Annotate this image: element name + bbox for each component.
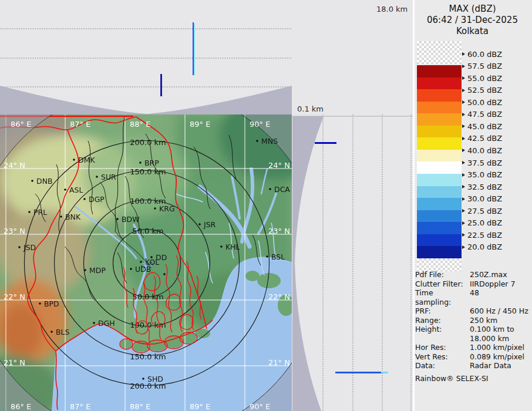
lon-label: 88° E <box>130 120 150 129</box>
city-label: UDB <box>135 265 151 274</box>
city-label: MDP <box>89 266 106 275</box>
info-row: Data:Radar Data <box>415 361 530 370</box>
lat-label: 24° N <box>4 161 25 170</box>
tick-label: 30.0 dBZ <box>467 194 502 203</box>
ns-cross-section-plot <box>292 114 413 411</box>
city-label: BLS <box>56 328 70 336</box>
city-dot <box>73 159 75 161</box>
city-label: SHD <box>147 375 163 383</box>
city-label: BPD <box>44 299 59 308</box>
radar-display-window: 18.0 km 0.1 km <box>0 0 532 411</box>
legend-title: MAX (dBZ) 06:42 / 31-Dec-2025 Kolkata <box>413 4 532 37</box>
info-value: 250Z.max <box>470 270 507 279</box>
city-dot <box>93 322 95 324</box>
lat-label: 23° N <box>4 227 25 235</box>
info-label: Data: <box>415 361 470 370</box>
city-dot <box>18 246 21 248</box>
city-label: DGP <box>89 195 105 204</box>
city-dot <box>116 218 119 220</box>
lat-label: 22° N <box>4 292 25 301</box>
echo-column-navy <box>160 74 162 96</box>
lon-label: 90° E <box>250 120 270 129</box>
ew-cross-section-panel <box>0 0 292 114</box>
city-dot <box>31 180 33 182</box>
software-brand: Rainbow® SELEX-SI <box>415 374 530 383</box>
city-dot <box>50 331 53 333</box>
city-label: DNB <box>36 177 53 186</box>
tick-arrow-icon <box>462 89 465 92</box>
product-info: Pdf File:250Z.maxClutter Filter:IIRDoppl… <box>415 270 530 383</box>
beam-blockage-wedge-left <box>0 86 147 114</box>
lat-label: 21° N <box>4 358 25 367</box>
tick-label: 52.5 dBZ <box>467 86 502 95</box>
color-swatch <box>417 246 462 258</box>
height-axis-max-label: 18.0 km <box>376 5 408 14</box>
beam-blockage-wedge-right <box>147 86 292 114</box>
color-scale-tick: 55.0 dBZ <box>462 74 502 82</box>
info-value: IIRDoppler 7 <box>470 279 515 289</box>
tick-arrow-icon <box>462 233 465 237</box>
info-label: Hor Res: <box>415 343 470 352</box>
color-swatch <box>417 210 462 223</box>
lon-label: 87° E <box>70 402 90 411</box>
tick-arrow-icon <box>462 124 465 128</box>
lon-label: 87° E <box>70 120 90 129</box>
color-scale-tick: 45.0 dBZ <box>462 122 502 130</box>
product-name: MAX (dBZ) <box>413 4 532 15</box>
color-swatch <box>417 137 462 150</box>
lat-label: 23° N <box>268 227 290 235</box>
echo-column-blue <box>193 22 194 75</box>
tick-arrow-icon <box>462 52 465 56</box>
info-label: Vert Res: <box>415 352 470 362</box>
color-scale-tick: 37.5 dBZ <box>462 159 502 167</box>
lat-label: 22° N <box>268 292 290 301</box>
tick-arrow-icon <box>462 197 465 201</box>
color-swatch <box>417 102 462 114</box>
tick-arrow-icon <box>462 137 465 140</box>
city-dot <box>64 188 66 191</box>
color-scale-tick: 25.0 dBZ <box>462 219 502 227</box>
tick-label: 37.5 dBZ <box>467 159 502 167</box>
color-swatch <box>417 161 462 174</box>
info-value: 0.100 km to 18.000 km <box>470 325 514 343</box>
color-swatch <box>417 186 462 198</box>
radar-map-plot: 200.0 km150.0 km100.0 km50.0 km50.0 km10… <box>0 114 292 411</box>
lon-label: 86° E <box>11 120 31 129</box>
color-scale-tick: 52.5 dBZ <box>462 86 502 95</box>
tick-arrow-icon <box>462 161 465 164</box>
city-dot <box>39 302 41 305</box>
info-row: Height:0.100 km to 18.000 km <box>415 325 530 343</box>
info-row: Hor Res:1.000 km/pixel <box>415 343 530 352</box>
info-value: 250 km <box>470 316 497 325</box>
city-dot <box>139 161 142 164</box>
city-label: SUR <box>101 173 116 181</box>
tick-arrow-icon <box>462 221 465 225</box>
city-dot <box>84 269 86 271</box>
tick-label: 27.5 dBZ <box>467 207 502 215</box>
info-row: Time sampling:48 <box>415 288 530 306</box>
range-ring-label: 200.0 km <box>130 138 166 147</box>
tick-arrow-icon <box>462 100 465 104</box>
color-swatch <box>417 150 462 162</box>
tick-label: 22.5 dBZ <box>467 231 502 240</box>
tick-label: 50.0 dBZ <box>467 98 502 107</box>
city-label: BDW <box>122 215 140 224</box>
color-scale-tick: 47.5 dBZ <box>462 110 502 119</box>
city-label: BNK <box>65 213 81 221</box>
tick-label: 57.5 dBZ <box>467 62 502 70</box>
info-row: Pdf File:250Z.max <box>415 270 530 279</box>
color-scale-tick: 22.5 dBZ <box>462 231 502 239</box>
beam-blockage-wedge <box>292 116 324 411</box>
echo-row-blue <box>335 372 381 373</box>
ns-cross-section-panel <box>292 114 413 411</box>
info-row: Clutter Filter:IIRDoppler 7 <box>415 279 530 289</box>
lon-label: 90° E <box>250 402 270 411</box>
color-scale-tick: 30.0 dBZ <box>462 195 502 203</box>
range-ring-label: 50.0 km <box>132 227 163 235</box>
range-ring-label: 150.0 km <box>130 167 166 176</box>
info-label: Time sampling: <box>415 288 470 306</box>
city-label: PRL <box>33 208 47 217</box>
tick-arrow-icon <box>462 185 465 188</box>
city-dot <box>142 378 144 380</box>
tick-arrow-icon <box>462 113 465 116</box>
